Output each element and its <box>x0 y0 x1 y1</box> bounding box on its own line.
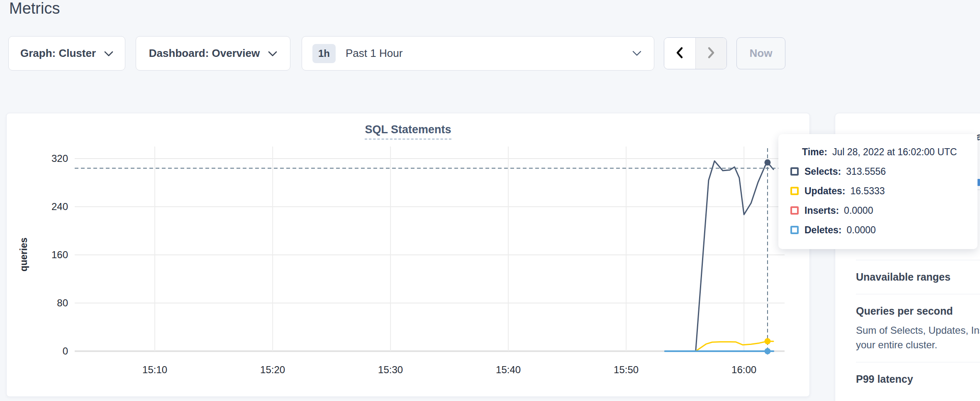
time-range-label: Past 1 Hour <box>346 47 402 60</box>
sidebar-separator <box>856 294 980 294</box>
y-axis-title: queries <box>0 245 53 264</box>
chevron-down-icon <box>104 47 113 60</box>
data-point-updates <box>764 338 770 345</box>
tooltip-series-row: Selects:313.5556 <box>790 166 978 177</box>
graph-dropdown-label: Graph: Cluster <box>20 47 96 60</box>
tooltip-series-row: Inserts:0.0000 <box>790 205 978 216</box>
series-line-selects <box>665 161 773 351</box>
chevron-down-icon <box>268 47 277 60</box>
x-tick-label: 15:50 <box>597 364 655 376</box>
y-tick-label: 0 <box>7 345 68 357</box>
next-time-button[interactable] <box>696 38 727 69</box>
chevron-left-icon <box>674 46 685 61</box>
dashboard-dropdown[interactable]: Dashboard: Overview <box>136 36 290 71</box>
tooltip-series-label: Inserts: <box>804 205 839 216</box>
x-tick-label: 15:10 <box>126 364 184 376</box>
tooltip-series-label: Deletes: <box>804 225 841 236</box>
graph-dropdown[interactable]: Graph: Cluster <box>8 36 125 71</box>
tooltip-time-row: Time:Jul 28, 2022 at 16:02:00 UTC <box>802 147 978 158</box>
tooltip-series-value: 16.5333 <box>850 186 885 197</box>
sidebar-metric-description: Sum of Selects, Updates, Inseryour entir… <box>856 323 980 352</box>
page-title: Metrics <box>9 0 60 19</box>
series-color-swatch-icon <box>790 226 799 234</box>
tooltip-time-label: Time: <box>802 147 827 157</box>
chevron-right-icon <box>706 46 717 61</box>
series-line-updates <box>665 341 773 351</box>
time-range-badge: 1h <box>312 44 336 63</box>
y-tick-label: 240 <box>7 200 68 213</box>
sidebar-clipped-separator-fragment <box>978 189 980 190</box>
tooltip-series-row: Deletes:0.0000 <box>790 224 978 236</box>
x-tick-label: 15:30 <box>361 364 419 376</box>
sidebar-metric-heading: Unavailable ranges <box>856 271 980 283</box>
data-point-selects <box>764 159 770 166</box>
x-tick-label: 16:00 <box>715 364 773 376</box>
chart-hover-tooltip: Time:Jul 28, 2022 at 16:02:00 UTC Select… <box>778 134 978 249</box>
sidebar-separator <box>856 362 980 362</box>
sidebar-metric-heading: P99 latency <box>856 373 980 385</box>
tooltip-series-row: Updates:16.5333 <box>790 185 978 197</box>
now-button[interactable]: Now <box>736 37 785 69</box>
tooltip-series-label: Updates: <box>804 186 845 197</box>
series-color-swatch-icon <box>790 206 799 215</box>
series-color-swatch-icon <box>790 167 799 176</box>
tooltip-series-value: 0.0000 <box>844 205 873 216</box>
time-nav-group <box>664 37 727 69</box>
y-tick-label: 320 <box>7 152 68 165</box>
x-tick-label: 15:20 <box>244 364 302 376</box>
time-range-dropdown[interactable]: 1h Past 1 Hour <box>302 36 654 71</box>
series-color-swatch-icon <box>790 187 799 195</box>
sidebar-items: Unavailable rangesQueries per secondSum … <box>835 260 980 385</box>
sql-statements-chart[interactable] <box>7 113 810 397</box>
x-tick-label: 15:40 <box>479 364 537 376</box>
tooltip-series-value: 313.5556 <box>846 166 886 177</box>
y-tick-label: 80 <box>7 297 68 309</box>
sidebar-separator <box>856 260 980 260</box>
tooltip-time-value: Jul 28, 2022 at 16:02:00 UTC <box>832 147 957 157</box>
sidebar-clipped-link-fragment <box>978 179 980 186</box>
chevron-down-icon <box>632 51 641 58</box>
dashboard-dropdown-label: Dashboard: Overview <box>149 47 260 60</box>
previous-time-button[interactable] <box>664 38 696 69</box>
data-point-deletes <box>764 348 770 355</box>
tooltip-series-label: Selects: <box>804 166 841 177</box>
sidebar-metric-description-line: your entire cluster. <box>856 337 980 352</box>
sidebar-metric-heading: Queries per second <box>856 305 980 317</box>
tooltip-series-value: 0.0000 <box>846 225 875 236</box>
sidebar-metric-description-line: Sum of Selects, Updates, Inser <box>856 323 980 337</box>
sql-statements-chart-card: SQL Statements 080160240320 15:1015:2015… <box>6 113 810 397</box>
